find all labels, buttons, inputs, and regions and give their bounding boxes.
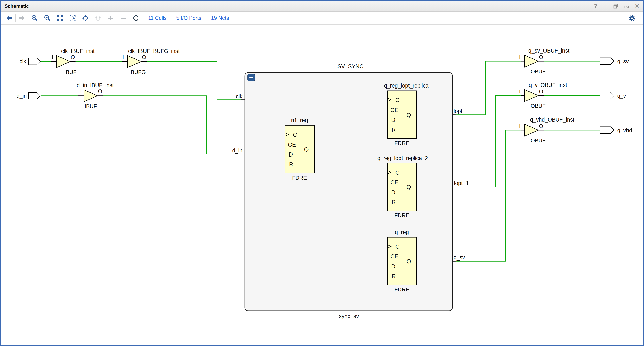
hier-block-sync-sv[interactable]: SV_SYNC sync_sv clk d_in — [232, 63, 452, 319]
output-port-q-vhd[interactable]: q_vhd — [600, 127, 632, 134]
hier-block-instance-label: sync_sv — [339, 313, 359, 319]
port-label: q_sv — [617, 58, 629, 64]
float-icon[interactable] — [624, 3, 630, 9]
cell-instance-label: clk_IBUF_BUFG_inst — [128, 48, 180, 54]
minus-icon — [249, 77, 253, 78]
schematic-window: Schematic ? ✕ — [0, 0, 644, 346]
cell-type-label: IBUF — [84, 103, 97, 109]
cell-type-label: FDRE — [292, 175, 307, 181]
pin-q-label: Q — [406, 112, 411, 118]
cell-type-label: OBUF — [530, 103, 546, 109]
pin-r-label: R — [392, 273, 396, 279]
hier-pin-clk-label: clk — [236, 93, 242, 99]
zoom-to-selection-button[interactable] — [66, 13, 79, 23]
back-button[interactable] — [3, 13, 16, 23]
pin-c-label: C — [396, 243, 400, 250]
collapse-button[interactable] — [117, 13, 130, 23]
schematic-canvas[interactable]: SV_SYNC sync_sv clk d_in lopt lopt_1 q_s… — [1, 24, 643, 345]
pin-d-label: D — [289, 151, 293, 158]
input-port-d-in[interactable]: d_in — [16, 92, 40, 99]
net-label-lopt-1: lopt_1 — [454, 180, 469, 186]
nets-link[interactable]: 19 Nets — [211, 15, 229, 21]
output-port-q-sv[interactable]: q_sv — [600, 58, 629, 64]
output-port-q-v[interactable]: q_v — [600, 92, 626, 99]
port-label: d_in — [16, 93, 27, 99]
title-bar: Schematic ? ✕ — [1, 1, 643, 12]
pin-ce-label: CE — [288, 141, 296, 148]
fit-view-button[interactable] — [54, 13, 66, 23]
cell-type-label: BUFG — [130, 69, 146, 75]
pin-r-label: R — [289, 161, 294, 168]
pin-q-label: Q — [304, 146, 308, 153]
net-label-q-sv: q_sv — [454, 255, 465, 261]
pin-i-label: I — [519, 123, 520, 129]
pin-q-label: Q — [406, 258, 411, 265]
pin-ce-label: CE — [390, 253, 398, 260]
pin-o-label: O — [539, 123, 543, 129]
pin-d-label: D — [391, 117, 396, 123]
cell-instance-label: q_sv_OBUF_inst — [528, 48, 570, 54]
schematic-svg[interactable]: SV_SYNC sync_sv clk d_in lopt lopt_1 q_s… — [1, 24, 643, 345]
pin-ce-label: CE — [390, 107, 398, 113]
cell-instance-label: n1_reg — [291, 117, 308, 123]
cell-type-label: FDRE — [394, 212, 409, 218]
restore-icon[interactable] — [613, 3, 619, 9]
settings-gear-icon[interactable] — [626, 13, 638, 23]
cell-type-label: FDRE — [394, 140, 409, 146]
cell-instance-label: q_reg_lopt_replica_2 — [377, 155, 428, 161]
expand-button[interactable] — [104, 13, 117, 23]
pin-d-label: D — [391, 263, 396, 270]
cell-type-label: FDRE — [394, 287, 409, 293]
minimize-icon[interactable] — [602, 3, 608, 9]
cell-instance-label: q_v_OBUF_inst — [529, 82, 567, 88]
cells-link[interactable]: 11 Cells — [148, 15, 167, 21]
input-port-clk[interactable]: clk — [20, 58, 40, 65]
zoom-out-button[interactable] — [41, 13, 54, 23]
expand-cell-button[interactable] — [92, 13, 104, 23]
cell-instance-label: q_reg_lopt_replica — [384, 83, 428, 89]
collapse-block-button[interactable] — [248, 74, 255, 81]
pin-o-label: O — [98, 88, 102, 94]
net-label-lopt: lopt — [454, 108, 462, 114]
cell-instance-label: d_in_IBUF_inst — [77, 82, 114, 88]
help-icon[interactable]: ? — [594, 3, 597, 9]
pin-i-label: I — [122, 54, 124, 60]
autofit-selection-button[interactable] — [79, 13, 92, 23]
cell-n1-reg[interactable]: n1_reg FDRE C CE D R Q — [285, 117, 314, 181]
port-label: q_vhd — [617, 127, 632, 133]
io-ports-link[interactable]: 5 I/O Ports — [176, 15, 201, 21]
hier-block-type-label: SV_SYNC — [337, 63, 364, 69]
pin-o-label: O — [142, 54, 146, 60]
window-title: Schematic — [5, 3, 29, 9]
port-label: q_v — [617, 93, 626, 99]
pin-c-label: C — [293, 132, 297, 138]
toolbar-separator — [142, 14, 142, 22]
pin-i-label: I — [519, 54, 520, 60]
forward-button[interactable] — [16, 13, 28, 23]
zoom-in-button[interactable] — [28, 13, 41, 23]
cell-type-label: IBUF — [64, 69, 76, 75]
pin-ce-label: CE — [390, 179, 398, 185]
pin-c-label: C — [396, 97, 400, 103]
pin-o-label: O — [71, 54, 75, 60]
cell-instance-label: q_reg — [395, 229, 409, 235]
pin-r-label: R — [392, 126, 396, 133]
pin-d-label: D — [391, 189, 396, 195]
hier-pin-d-in-label: d_in — [232, 148, 242, 154]
pin-o-label: O — [539, 54, 543, 60]
cell-type-label: OBUF — [530, 138, 546, 144]
port-label: clk — [20, 58, 26, 64]
pin-i-label: I — [80, 88, 82, 94]
close-icon[interactable]: ✕ — [635, 3, 639, 9]
pin-c-label: C — [396, 169, 400, 176]
cell-instance-label: q_vhd_OBUF_inst — [530, 117, 574, 123]
cell-type-label: OBUF — [530, 69, 546, 75]
pin-r-label: R — [392, 199, 396, 205]
pin-q-label: Q — [406, 184, 411, 190]
refresh-button[interactable] — [130, 13, 142, 23]
toolbar: 11 Cells 5 I/O Ports 19 Nets — [1, 12, 643, 24]
pin-o-label: O — [539, 88, 543, 94]
pin-i-label: I — [52, 54, 53, 60]
pin-i-label: I — [519, 88, 520, 94]
cell-q-reg[interactable]: q_reg FDRE C CE D R Q — [388, 229, 416, 293]
